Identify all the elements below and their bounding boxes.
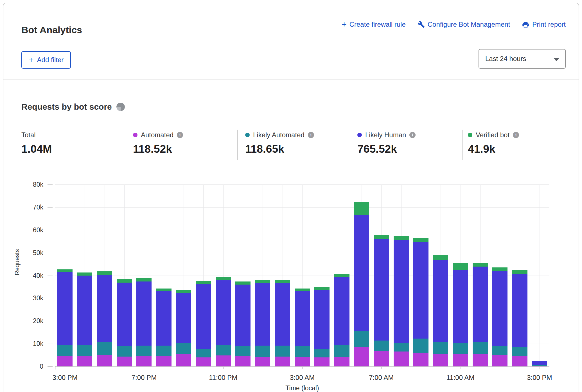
bar-segment[interactable] (57, 269, 73, 272)
bar-segment[interactable] (413, 242, 428, 339)
info-icon[interactable]: i (308, 132, 314, 138)
bar-segment[interactable] (453, 354, 468, 366)
bar-segment[interactable] (196, 284, 211, 348)
bar-segment[interactable] (314, 349, 330, 357)
bar-segment[interactable] (492, 267, 507, 271)
stacked-bar[interactable] (235, 281, 251, 366)
bar-segment[interactable] (295, 346, 310, 357)
bar-segment[interactable] (156, 346, 172, 356)
stacked-bar[interactable] (136, 278, 152, 366)
time-range-select[interactable]: Last 24 hours (479, 49, 566, 69)
bar-segment[interactable] (136, 278, 152, 281)
bar-segment[interactable] (473, 263, 488, 267)
bar-segment[interactable] (77, 345, 92, 356)
bar-segment[interactable] (532, 361, 547, 361)
bar-segment[interactable] (453, 270, 468, 343)
stacked-bar[interactable] (413, 238, 428, 366)
bar-segment[interactable] (196, 281, 211, 284)
bar-segment[interactable] (413, 238, 428, 242)
stacked-bar[interactable] (196, 281, 211, 366)
bar-segment[interactable] (354, 331, 369, 347)
bar-segment[interactable] (374, 235, 389, 239)
bar-segment[interactable] (156, 291, 172, 346)
bar-segment[interactable] (354, 202, 369, 215)
bar-segment[interactable] (512, 270, 527, 274)
bar-segment[interactable] (57, 272, 73, 345)
create-firewall-rule-link[interactable]: + Create firewall rule (342, 21, 406, 28)
bar-segment[interactable] (314, 357, 330, 366)
bar-segment[interactable] (394, 352, 409, 366)
bar-segment[interactable] (275, 357, 290, 366)
stacked-bar[interactable] (512, 270, 527, 366)
bar-segment[interactable] (295, 289, 310, 291)
bar-segment[interactable] (77, 272, 92, 276)
bar-segment[interactable] (374, 239, 389, 341)
stacked-bar[interactable] (453, 263, 468, 366)
info-icon[interactable]: i (177, 132, 183, 138)
stacked-bar[interactable] (117, 279, 132, 366)
bar-segment[interactable] (492, 271, 507, 346)
add-filter-button[interactable]: + Add filter (21, 51, 71, 69)
info-icon[interactable]: i (409, 132, 416, 138)
bar-segment[interactable] (512, 274, 527, 346)
bar-segment[interactable] (314, 287, 330, 290)
bar-segment[interactable] (216, 345, 231, 355)
bar-segment[interactable] (413, 353, 428, 366)
bar-segment[interactable] (57, 345, 73, 356)
bar-segment[interactable] (216, 277, 231, 280)
stacked-bar[interactable] (334, 274, 349, 366)
stacked-bar[interactable] (295, 289, 310, 366)
stacked-bar[interactable] (532, 361, 547, 366)
bar-segment[interactable] (97, 275, 112, 342)
bar-segment[interactable] (117, 279, 132, 282)
bar-segment[interactable] (216, 355, 231, 366)
stacked-bar[interactable] (374, 235, 389, 366)
stacked-bar[interactable] (97, 271, 112, 366)
bar-segment[interactable] (512, 356, 527, 366)
bar-segment[interactable] (117, 346, 132, 357)
bar-segment[interactable] (136, 281, 152, 345)
bar-segment[interactable] (156, 356, 172, 366)
stacked-bar[interactable] (314, 287, 330, 366)
stacked-bar[interactable] (394, 236, 409, 366)
configure-bot-management-link[interactable]: Configure Bot Management (418, 21, 510, 28)
bar-segment[interactable] (117, 357, 132, 366)
bar-segment[interactable] (334, 274, 349, 277)
stacked-bar[interactable] (492, 267, 507, 366)
stacked-bar[interactable] (354, 202, 369, 366)
bar-segment[interactable] (196, 357, 211, 366)
bar-segment[interactable] (453, 263, 468, 270)
bar-segment[interactable] (433, 354, 448, 366)
bar-segment[interactable] (176, 290, 191, 293)
bar-segment[interactable] (235, 281, 251, 285)
bar-segment[interactable] (235, 356, 251, 366)
bar-segment[interactable] (77, 356, 92, 366)
bar-segment[interactable] (314, 290, 330, 349)
bar-segment[interactable] (334, 277, 349, 345)
bar-segment[interactable] (492, 346, 507, 355)
bar-segment[interactable] (374, 341, 389, 351)
bar-segment[interactable] (235, 285, 251, 346)
bar-segment[interactable] (275, 346, 290, 357)
bar-segment[interactable] (295, 291, 310, 346)
bar-segment[interactable] (136, 346, 152, 356)
bar-segment[interactable] (433, 342, 448, 353)
bar-segment[interactable] (196, 349, 211, 357)
bar-segment[interactable] (532, 365, 547, 366)
bar-segment[interactable] (354, 347, 369, 366)
bar-segment[interactable] (413, 339, 428, 352)
bar-segment[interactable] (255, 283, 270, 345)
bar-segment[interactable] (176, 293, 191, 343)
bar-segment[interactable] (492, 355, 507, 366)
info-icon[interactable]: i (513, 132, 519, 138)
bar-segment[interactable] (97, 271, 112, 275)
bar-segment[interactable] (354, 215, 369, 331)
stacked-bar[interactable] (77, 272, 92, 366)
bar-segment[interactable] (394, 240, 409, 343)
bar-segment[interactable] (532, 361, 547, 365)
bar-segment[interactable] (117, 283, 132, 346)
stacked-bar[interactable] (156, 289, 172, 366)
bar-segment[interactable] (235, 346, 251, 356)
bar-segment[interactable] (255, 357, 270, 366)
bar-segment[interactable] (473, 342, 488, 354)
